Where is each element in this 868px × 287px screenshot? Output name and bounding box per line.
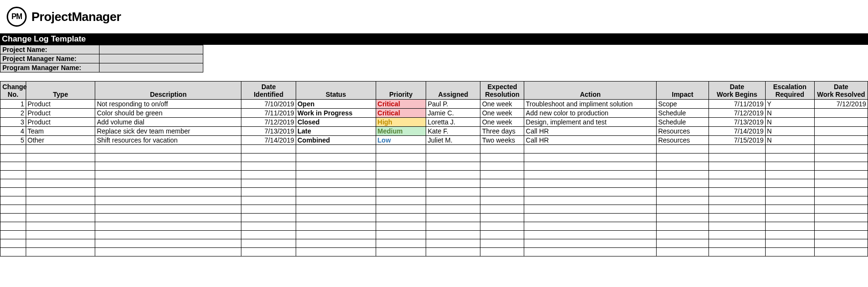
cell-empty[interactable]	[376, 145, 426, 154]
cell-empty[interactable]	[480, 239, 524, 248]
cell-empty[interactable]	[524, 154, 657, 162]
cell-empty[interactable]	[376, 231, 426, 239]
cell-empty[interactable]	[480, 205, 524, 214]
cell-dwr[interactable]: 7/12/2019	[814, 100, 868, 109]
cell-action[interactable]: Add new color to production	[524, 109, 657, 118]
cell-assigned[interactable]: Paul P.	[426, 100, 480, 109]
cell-esc[interactable]: N	[765, 136, 814, 145]
cell-empty[interactable]	[95, 239, 241, 248]
cell-action[interactable]: Design, implement and test	[524, 118, 657, 127]
cell-empty[interactable]	[296, 205, 376, 214]
cell-empty[interactable]	[95, 196, 241, 205]
cell-empty[interactable]	[376, 162, 426, 171]
cell-assigned[interactable]: Juliet M.	[426, 136, 480, 145]
cell-empty[interactable]	[709, 231, 766, 239]
cell-empty[interactable]	[241, 179, 296, 188]
cell-status[interactable]: Late	[296, 127, 376, 136]
cell-empty[interactable]	[296, 196, 376, 205]
cell-empty[interactable]	[765, 222, 814, 231]
cell-empty[interactable]	[814, 196, 868, 205]
cell-empty[interactable]	[709, 145, 766, 154]
cell-empty[interactable]	[524, 179, 657, 188]
cell-empty[interactable]	[95, 154, 241, 162]
cell-empty[interactable]	[0, 222, 26, 231]
cell-empty[interactable]	[95, 205, 241, 214]
cell-empty[interactable]	[296, 188, 376, 196]
cell-empty[interactable]	[376, 214, 426, 222]
cell-empty[interactable]	[0, 171, 26, 179]
cell-empty[interactable]	[426, 171, 480, 179]
cell-empty[interactable]	[765, 188, 814, 196]
cell-empty[interactable]	[241, 205, 296, 214]
cell-empty[interactable]	[26, 239, 95, 248]
cell-impact[interactable]: Schedule	[657, 109, 709, 118]
cell-empty[interactable]	[814, 179, 868, 188]
cell-dwr[interactable]	[814, 127, 868, 136]
cell-priority[interactable]: Medium	[376, 127, 426, 136]
cell-expRes[interactable]: One week	[480, 118, 524, 127]
cell-empty[interactable]	[0, 214, 26, 222]
cell-empty[interactable]	[26, 205, 95, 214]
cell-no[interactable]: 1	[0, 100, 26, 109]
cell-empty[interactable]	[480, 222, 524, 231]
cell-empty[interactable]	[765, 179, 814, 188]
cell-empty[interactable]	[296, 222, 376, 231]
cell-empty[interactable]	[426, 248, 480, 256]
cell-empty[interactable]	[95, 162, 241, 171]
cell-empty[interactable]	[95, 171, 241, 179]
cell-empty[interactable]	[657, 222, 709, 231]
cell-empty[interactable]	[241, 239, 296, 248]
cell-empty[interactable]	[241, 188, 296, 196]
cell-action[interactable]: Call HR	[524, 127, 657, 136]
cell-empty[interactable]	[296, 239, 376, 248]
cell-empty[interactable]	[426, 222, 480, 231]
cell-empty[interactable]	[426, 196, 480, 205]
cell-empty[interactable]	[296, 171, 376, 179]
cell-empty[interactable]	[480, 154, 524, 162]
cell-desc[interactable]: Shift resources for vacation	[95, 136, 241, 145]
cell-empty[interactable]	[376, 239, 426, 248]
cell-empty[interactable]	[814, 214, 868, 222]
cell-empty[interactable]	[657, 188, 709, 196]
cell-type[interactable]: Product	[26, 118, 95, 127]
cell-empty[interactable]	[376, 248, 426, 256]
cell-priority[interactable]: High	[376, 118, 426, 127]
cell-empty[interactable]	[376, 179, 426, 188]
cell-empty[interactable]	[95, 179, 241, 188]
cell-empty[interactable]	[0, 248, 26, 256]
cell-empty[interactable]	[709, 248, 766, 256]
cell-empty[interactable]	[95, 222, 241, 231]
cell-empty[interactable]	[524, 171, 657, 179]
cell-empty[interactable]	[709, 188, 766, 196]
cell-empty[interactable]	[426, 162, 480, 171]
cell-empty[interactable]	[480, 145, 524, 154]
cell-empty[interactable]	[657, 154, 709, 162]
cell-empty[interactable]	[814, 162, 868, 171]
cell-empty[interactable]	[95, 231, 241, 239]
cell-empty[interactable]	[376, 171, 426, 179]
cell-empty[interactable]	[26, 171, 95, 179]
cell-dateId[interactable]: 7/10/2019	[241, 100, 296, 109]
cell-esc[interactable]: N	[765, 127, 814, 136]
cell-priority[interactable]: Critical	[376, 100, 426, 109]
cell-empty[interactable]	[426, 145, 480, 154]
cell-empty[interactable]	[241, 162, 296, 171]
cell-empty[interactable]	[26, 222, 95, 231]
cell-empty[interactable]	[0, 239, 26, 248]
cell-expRes[interactable]: Two weeks	[480, 136, 524, 145]
cell-empty[interactable]	[657, 205, 709, 214]
cell-empty[interactable]	[296, 162, 376, 171]
cell-empty[interactable]	[657, 162, 709, 171]
cell-empty[interactable]	[426, 154, 480, 162]
cell-empty[interactable]	[95, 145, 241, 154]
cell-empty[interactable]	[709, 154, 766, 162]
cell-empty[interactable]	[524, 222, 657, 231]
cell-desc[interactable]: Add volume dial	[95, 118, 241, 127]
cell-dateId[interactable]: 7/13/2019	[241, 127, 296, 136]
cell-expRes[interactable]: One week	[480, 109, 524, 118]
cell-empty[interactable]	[241, 214, 296, 222]
cell-impact[interactable]: Resources	[657, 136, 709, 145]
meta-value-cell[interactable]	[100, 45, 203, 54]
cell-dwb[interactable]: 7/11/2019	[709, 100, 766, 109]
cell-empty[interactable]	[814, 205, 868, 214]
